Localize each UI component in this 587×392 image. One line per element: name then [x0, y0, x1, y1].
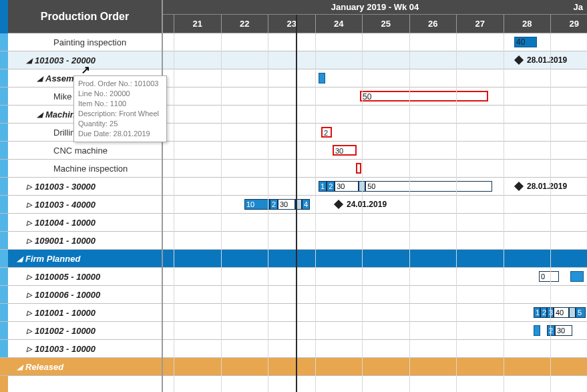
bar-segment[interactable]: 30 [555, 325, 572, 336]
day-cell[interactable]: 28 [504, 15, 551, 33]
gantt-row-r0[interactable]: 40 [163, 33, 587, 51]
gantt-row-r10[interactable] [163, 214, 587, 232]
gantt-bar[interactable]: 40 [514, 37, 537, 47]
milestone-diamond-icon[interactable] [334, 200, 343, 209]
bar-segments[interactable]: 0 [539, 271, 559, 282]
tree-row-r6[interactable]: CNC machine [0, 142, 162, 160]
bar-segment[interactable] [569, 307, 576, 318]
bar-segment[interactable]: 2 [270, 199, 278, 210]
gantt-row-r3[interactable]: 50 [163, 87, 587, 106]
bar-segment[interactable]: 10 [244, 199, 270, 210]
row-content[interactable]: 101003 - 20000 [8, 51, 162, 69]
bar-segment[interactable] [295, 199, 302, 210]
tree-row-r8[interactable]: 101003 - 30000 [0, 178, 162, 196]
row-content[interactable]: Firm Planned [8, 250, 162, 267]
row-content[interactable]: 1010006 - 10000 [8, 286, 162, 303]
gantt-bar[interactable] [319, 73, 325, 83]
row-content[interactable]: Painting inspection [8, 33, 162, 51]
triangle-right-icon[interactable] [27, 291, 32, 299]
bar-segment[interactable]: 30 [335, 181, 359, 192]
bar-segment[interactable]: 1 [534, 307, 540, 318]
day-cell[interactable]: 24 [315, 15, 363, 33]
row-content[interactable]: 101003 - 30000 [8, 178, 162, 195]
gantt-row-r7[interactable] [163, 160, 587, 178]
gantt-row-r9[interactable]: 10230424.01.2019 [163, 196, 587, 214]
day-cell[interactable]: 22 [221, 15, 268, 33]
bar-segment[interactable]: 1 [319, 181, 327, 192]
bar-segment[interactable]: 50 [365, 181, 492, 192]
tree-row-r11[interactable]: 109001 - 10000 [0, 232, 162, 250]
row-content[interactable] [8, 376, 162, 392]
gantt-panel[interactable]: January 2019 - Wk 04 Ja 2122232425262728… [163, 0, 587, 392]
row-content[interactable]: 101003 - 40000 [8, 196, 162, 213]
tree-row-r12[interactable]: Firm Planned [0, 250, 162, 268]
day-cell[interactable]: 27 [456, 15, 504, 33]
bar-segments[interactable]: 102304 [244, 199, 310, 210]
gantt-row-r1[interactable]: 28.01.2019 [163, 51, 587, 69]
triangle-down-icon[interactable] [17, 255, 23, 262]
bar-segment[interactable]: 5 [576, 307, 586, 318]
gantt-row-r6[interactable]: 30 [163, 142, 587, 160]
row-content[interactable]: CNC machine [8, 142, 162, 159]
gantt-row-r11[interactable] [163, 232, 587, 250]
gantt-row-r4[interactable] [163, 106, 587, 124]
bar-segments[interactable]: 123405 [534, 307, 586, 318]
row-content[interactable]: 101004 - 10000 [8, 214, 162, 231]
bar-segment[interactable]: 40 [554, 307, 569, 318]
gantt-row-r12[interactable] [163, 250, 587, 268]
gantt-row-r2[interactable] [163, 69, 587, 87]
gantt-row-r18[interactable] [163, 358, 587, 376]
gantt-row-r16[interactable]: 230 [163, 322, 587, 340]
gantt-bar[interactable] [570, 271, 584, 282]
triangle-right-icon[interactable] [27, 345, 32, 353]
gantt-row-r19[interactable] [163, 376, 587, 392]
triangle-right-icon[interactable] [27, 237, 32, 244]
day-cell[interactable]: 29 [550, 15, 587, 33]
bar-segment[interactable]: 2 [547, 325, 555, 336]
row-content[interactable]: 109001 - 10000 [8, 232, 162, 249]
triangle-right-icon[interactable] [27, 183, 32, 190]
bar-segments[interactable]: 123050 [319, 181, 492, 192]
bar-segment[interactable] [359, 181, 365, 192]
bar-segment[interactable]: 4 [302, 199, 310, 210]
gantt-bar[interactable]: 2 [321, 127, 332, 138]
triangle-down-icon[interactable] [37, 111, 43, 118]
bar-segment[interactable]: 0 [539, 271, 559, 282]
row-content[interactable]: 101001 - 10000 [8, 304, 162, 321]
bar-segment[interactable]: 2 [540, 307, 547, 318]
gantt-row-r8[interactable]: 12305028.01.2019 [163, 178, 587, 196]
tree-row-r13[interactable]: 1010005 - 10000 [0, 268, 162, 286]
tree-row-r18[interactable]: Released [0, 358, 162, 376]
bar-segment[interactable]: 2 [327, 181, 335, 192]
row-content[interactable]: Released [8, 358, 162, 375]
tree-row-r0[interactable]: Painting inspection [0, 33, 162, 51]
tree-row-r1[interactable]: 101003 - 20000 [0, 51, 162, 69]
day-cell[interactable]: 23 [268, 15, 315, 33]
tree-row-r16[interactable]: 101002 - 10000 [0, 322, 162, 340]
gantt-row-r14[interactable] [163, 286, 587, 304]
tree-row-r17[interactable]: 101003 - 10000 [0, 340, 162, 358]
milestone-diamond-icon[interactable] [514, 182, 524, 191]
row-content[interactable]: 101002 - 10000 [8, 322, 162, 339]
triangle-down-icon[interactable] [27, 57, 32, 64]
triangle-right-icon[interactable] [27, 273, 32, 280]
bar-segments[interactable]: 230 [547, 325, 572, 336]
triangle-right-icon[interactable] [27, 309, 32, 317]
gantt-row-r5[interactable]: 2 [163, 124, 587, 142]
bar-segment[interactable]: 3 [547, 307, 554, 318]
row-content[interactable]: 101003 - 10000 [8, 340, 162, 357]
row-content[interactable]: 1010005 - 10000 [8, 268, 162, 285]
gantt-bar[interactable]: 30 [333, 145, 357, 156]
milestone-diamond-icon[interactable] [514, 55, 524, 65]
tree-row-r10[interactable]: 101004 - 10000 [0, 214, 162, 232]
triangle-down-icon[interactable] [17, 363, 23, 371]
gantt-row-r13[interactable]: 0 [163, 268, 587, 286]
tree-row-r19[interactable] [0, 376, 162, 392]
tree-row-r9[interactable]: 101003 - 40000 [0, 196, 162, 214]
triangle-right-icon[interactable] [27, 219, 32, 226]
row-content[interactable]: Machine inspection [8, 160, 162, 177]
day-cell[interactable]: 25 [362, 15, 409, 33]
gantt-row-r17[interactable] [163, 340, 587, 358]
tree-row-r14[interactable]: 1010006 - 10000 [0, 286, 162, 304]
gantt-bar[interactable] [534, 325, 540, 336]
